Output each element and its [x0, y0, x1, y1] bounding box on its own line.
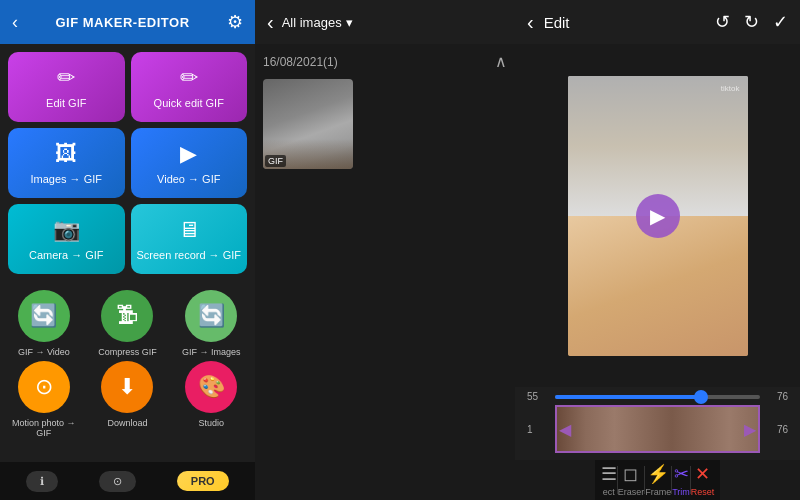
- info-icon: ℹ: [40, 475, 44, 488]
- tool-reset[interactable]: ✕ Reset: [691, 463, 715, 497]
- download-button[interactable]: ⬇: [101, 361, 153, 413]
- gif-video-button[interactable]: 🔄: [18, 290, 70, 342]
- slider1-left-val: 55: [527, 391, 547, 402]
- circle-tools: 🔄 GIF → Video 🗜 Compress GIF 🔄 GIF → Ima…: [0, 282, 255, 446]
- slider1-fill: [555, 395, 699, 399]
- slider-section: 55 76 1 ◀ ▶ 76: [515, 387, 800, 460]
- play-button[interactable]: ▶: [636, 194, 680, 238]
- compress-gif-button[interactable]: 🗜: [101, 290, 153, 342]
- tool-eraser[interactable]: ◻ Eraser: [618, 463, 645, 497]
- right-header-left: ‹ Edit: [527, 11, 570, 34]
- compress-gif-item[interactable]: 🗜 Compress GIF: [88, 290, 168, 357]
- watermark: tiktok: [721, 84, 740, 93]
- camera-gif-label: Camera → GIF: [29, 249, 104, 261]
- dropdown-icon: ▾: [346, 15, 353, 30]
- date-row: 16/08/2021(1) ∧: [263, 52, 507, 71]
- slider1-track[interactable]: [555, 395, 760, 399]
- slider2-right-val: 76: [768, 424, 788, 435]
- undo-icon[interactable]: ↺: [715, 11, 730, 33]
- select-label: ect: [603, 487, 615, 497]
- studio-button[interactable]: 🎨: [185, 361, 237, 413]
- images-gif-button[interactable]: 🖼 Images → GIF: [8, 128, 125, 198]
- chevron-up-icon[interactable]: ∧: [495, 52, 507, 71]
- trim-label: Trim: [672, 487, 690, 497]
- edit-gif-icon: ✏: [57, 65, 75, 91]
- camera-gif-icon: 📷: [53, 217, 80, 243]
- select-icon: ☰: [601, 463, 617, 485]
- video-gif-label: Video → GIF: [157, 173, 220, 185]
- gif-images-button[interactable]: 🔄: [185, 290, 237, 342]
- right-panel: ‹ Edit ↺ ↻ ✓ ▶ tiktok 55 76: [515, 0, 800, 500]
- frame-icon: ⚡: [647, 463, 669, 485]
- left-footer: ℹ ⊙ PRO: [0, 462, 255, 500]
- quick-edit-gif-button[interactable]: ✏ Quick edit GIF: [131, 52, 248, 122]
- motion-photo-item[interactable]: ⊙ Motion photo → GIF: [4, 361, 84, 438]
- reset-icon: ✕: [695, 463, 710, 485]
- filmstrip-left-arrow[interactable]: ◀: [559, 420, 571, 439]
- motion-photo-label: Motion photo → GIF: [4, 418, 84, 438]
- date-label: 16/08/2021(1): [263, 55, 338, 69]
- download-label: Download: [107, 418, 147, 428]
- tool-select[interactable]: ☰ ect: [601, 463, 617, 497]
- eraser-label: Eraser: [618, 487, 645, 497]
- app-title: GIF MAKER-EDITOR: [55, 15, 189, 30]
- studio-label: Studio: [198, 418, 224, 428]
- screen-record-icon: 🖥: [178, 217, 200, 243]
- frame-label: Frame: [645, 487, 671, 497]
- slider1-thumb[interactable]: [694, 390, 708, 404]
- quick-edit-label: Quick edit GIF: [154, 97, 224, 109]
- eraser-icon: ◻: [623, 463, 638, 485]
- slider2-left-val: 1: [527, 424, 547, 435]
- edit-gif-button[interactable]: ✏ Edit GIF: [8, 52, 125, 122]
- gif-video-label: GIF → Video: [18, 347, 70, 357]
- preview-image: ▶ tiktok: [568, 76, 748, 356]
- gif-video-item[interactable]: 🔄 GIF → Video: [4, 290, 84, 357]
- main-grid: ✏ Edit GIF ✏ Quick edit GIF 🖼 Images → G…: [0, 44, 255, 282]
- video-gif-button[interactable]: ▶ Video → GIF: [131, 128, 248, 198]
- edit-gif-label: Edit GIF: [46, 97, 86, 109]
- compress-gif-label: Compress GIF: [98, 347, 157, 357]
- gif-thumbnail[interactable]: GIF: [263, 79, 353, 169]
- confirm-icon[interactable]: ✓: [773, 11, 788, 33]
- middle-header: ‹ All images ▾: [255, 0, 515, 44]
- camera-footer-button[interactable]: ⊙: [99, 471, 136, 492]
- reset-label: Reset: [691, 487, 715, 497]
- right-footer: ☰ ect ◻ Eraser ⚡ Frame ✂ Trim ✕ Reset: [595, 460, 721, 500]
- back-icon[interactable]: ‹: [12, 12, 18, 33]
- camera-gif-button[interactable]: 📷 Camera → GIF: [8, 204, 125, 274]
- motion-photo-button[interactable]: ⊙: [18, 361, 70, 413]
- edit-title: Edit: [544, 14, 570, 31]
- all-images-dropdown[interactable]: All images ▾: [282, 15, 353, 30]
- gif-badge: GIF: [265, 155, 286, 167]
- pro-badge[interactable]: PRO: [177, 471, 229, 491]
- right-back-icon[interactable]: ‹: [527, 11, 534, 34]
- image-gallery: 16/08/2021(1) ∧ GIF: [255, 44, 515, 500]
- screen-record-button[interactable]: 🖥 Screen record → GIF: [131, 204, 248, 274]
- right-header-icons: ↺ ↻ ✓: [715, 11, 788, 33]
- slider-row-1: 55 76: [527, 391, 788, 402]
- settings-icon[interactable]: ⚙: [227, 11, 243, 33]
- left-header: ‹ GIF MAKER-EDITOR ⚙: [0, 0, 255, 44]
- info-button[interactable]: ℹ: [26, 471, 58, 492]
- middle-back-icon[interactable]: ‹: [267, 11, 274, 34]
- screen-record-label: Screen record → GIF: [136, 249, 241, 261]
- images-gif-label: Images → GIF: [30, 173, 102, 185]
- video-gif-icon: ▶: [180, 141, 197, 167]
- left-panel: ‹ GIF MAKER-EDITOR ⚙ ✏ Edit GIF ✏ Quick …: [0, 0, 255, 500]
- gif-images-label: GIF → Images: [182, 347, 241, 357]
- filmstrip-right-arrow[interactable]: ▶: [744, 420, 756, 439]
- all-images-label: All images: [282, 15, 342, 30]
- images-gif-icon: 🖼: [55, 141, 77, 167]
- tool-trim[interactable]: ✂ Trim: [672, 463, 690, 497]
- camera-footer-icon: ⊙: [113, 475, 122, 488]
- middle-panel: ‹ All images ▾ 16/08/2021(1) ∧ GIF: [255, 0, 515, 500]
- studio-item[interactable]: 🎨 Studio: [171, 361, 251, 438]
- slider1-right-val: 76: [768, 391, 788, 402]
- tool-frame[interactable]: ⚡ Frame: [645, 463, 671, 497]
- gif-images-item[interactable]: 🔄 GIF → Images: [171, 290, 251, 357]
- right-content: ▶ tiktok 55 76 1 ◀ ▶ 76: [515, 44, 800, 500]
- download-item[interactable]: ⬇ Download: [88, 361, 168, 438]
- trim-icon: ✂: [674, 463, 689, 485]
- redo-icon[interactable]: ↻: [744, 11, 759, 33]
- edit-preview: ▶ tiktok: [515, 44, 800, 387]
